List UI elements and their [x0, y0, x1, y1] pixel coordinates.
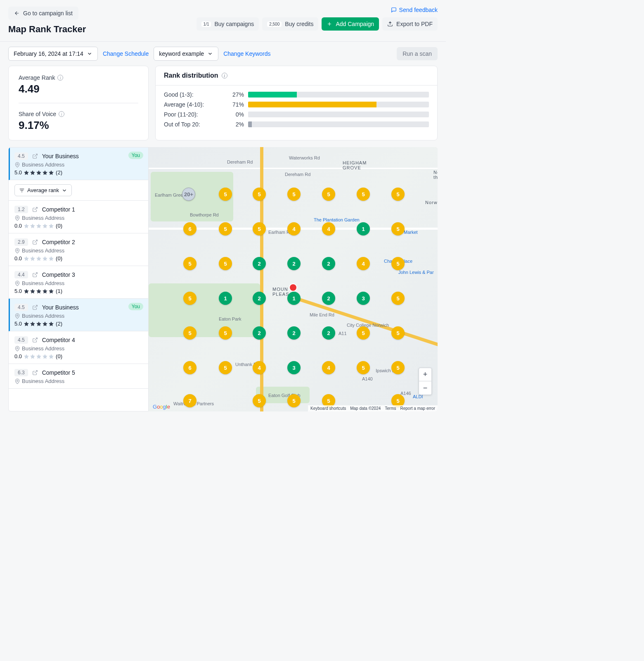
info-icon[interactable]: i — [59, 111, 64, 117]
rank-pin[interactable]: 2 — [287, 257, 301, 270]
map[interactable]: Dereham RdWaterworks RdHEIGHAMGROVENorvt… — [149, 147, 438, 411]
external-link-icon[interactable] — [32, 153, 38, 159]
rank-pin[interactable]: 5 — [391, 222, 405, 235]
rank-distribution-card: Rank distributioni Good (1-3):27%Average… — [155, 66, 438, 140]
run-scan-button[interactable]: Run a scan — [397, 47, 438, 60]
rank-pin[interactable]: 2 — [322, 292, 335, 305]
rank-pin[interactable]: 5 — [219, 222, 232, 235]
rank-pin[interactable]: 5 — [183, 326, 197, 340]
listings-panel[interactable]: You4.5Your BusinessBusiness Address5.0 (… — [8, 147, 149, 411]
rank-pin[interactable]: 5 — [183, 292, 197, 305]
listing-item[interactable]: 6.3Competitor 5Business Address — [9, 364, 148, 389]
stats-card: Average Ranki 4.49 Share of Voicei 9.17% — [8, 66, 149, 140]
send-feedback-link[interactable]: Send feedback — [391, 7, 438, 13]
rank-pin[interactable]: 2 — [322, 326, 335, 340]
rank-pin[interactable]: 5 — [219, 257, 232, 270]
rank-pin[interactable]: 6 — [183, 222, 197, 235]
info-icon[interactable]: i — [57, 75, 63, 81]
location-icon — [14, 248, 20, 254]
rank-badge: 4.5 — [14, 304, 28, 311]
external-link-icon[interactable] — [32, 272, 38, 278]
rank-pin[interactable]: 4 — [322, 361, 335, 374]
map-label: Dereham Rd — [285, 172, 310, 177]
location-icon — [14, 378, 20, 384]
date-selector[interactable]: February 16, 2024 at 17:14 — [8, 47, 98, 61]
chevron-down-icon — [207, 51, 213, 57]
rank-pin[interactable]: 2 — [322, 257, 335, 270]
rank-pin[interactable]: 5 — [253, 394, 266, 407]
listing-item[interactable]: 2.9Competitor 2Business Address0.0 (0) — [9, 233, 148, 266]
rank-pin[interactable]: 2 — [253, 292, 266, 305]
change-keywords-link[interactable]: Change Keywords — [223, 50, 270, 57]
rank-pin[interactable]: 3 — [357, 292, 370, 305]
export-pdf-button[interactable]: Export to PDF — [382, 17, 438, 31]
rank-pin[interactable]: 4 — [253, 361, 266, 374]
rank-pin[interactable]: 2 — [287, 326, 301, 340]
google-logo: Google — [153, 404, 170, 410]
sort-button[interactable]: Average rank — [14, 184, 72, 196]
rank-pin[interactable]: 7 — [183, 394, 197, 407]
buy-campaigns-button[interactable]: 1/1 Buy campaigns — [197, 17, 259, 31]
rank-pin[interactable]: 6 — [183, 361, 197, 374]
rank-pin[interactable]: 1 — [287, 292, 301, 305]
listing-item[interactable]: You4.5Your BusinessBusiness Address5.0 (… — [9, 147, 148, 180]
keyword-selector[interactable]: keyword example — [154, 47, 218, 61]
rank-row: Poor (11-20):0% — [164, 111, 429, 118]
location-icon — [14, 162, 20, 168]
upload-icon — [387, 21, 393, 27]
rank-pin[interactable]: 2 — [253, 257, 266, 270]
svg-point-5 — [17, 347, 18, 349]
rank-pin[interactable]: 5 — [219, 326, 232, 340]
rank-pin[interactable]: 4 — [357, 257, 370, 270]
svg-point-1 — [17, 217, 18, 219]
rank-badge: 4.5 — [14, 336, 28, 344]
rank-pin[interactable]: 5 — [287, 394, 301, 407]
rank-pin[interactable]: 5 — [391, 188, 405, 201]
external-link-icon[interactable] — [32, 337, 38, 343]
external-link-icon[interactable] — [32, 207, 38, 212]
rank-pin[interactable]: 5 — [287, 188, 301, 201]
map-label: Bowthorpe Rd — [190, 212, 219, 217]
rank-pin[interactable]: 5 — [391, 361, 405, 374]
change-schedule-link[interactable]: Change Schedule — [103, 50, 149, 57]
location-icon — [14, 215, 20, 221]
rank-pin[interactable]: 5 — [322, 188, 335, 201]
location-icon — [14, 346, 20, 352]
listing-item[interactable]: 4.5Competitor 4Business Address0.0 (0) — [9, 331, 148, 364]
rank-pin[interactable]: 5 — [253, 222, 266, 235]
rank-pin[interactable]: 20+ — [182, 188, 195, 201]
listing-item[interactable]: You4.5Your BusinessBusiness Address5.0 (… — [9, 299, 148, 331]
zoom-control: + − — [419, 368, 432, 395]
rank-pin[interactable]: 1 — [357, 222, 370, 235]
rank-pin[interactable]: 5 — [357, 188, 370, 201]
buy-credits-button[interactable]: 2,500 Buy credits — [262, 17, 318, 31]
info-icon[interactable]: i — [222, 73, 227, 78]
rank-pin[interactable]: 1 — [219, 292, 232, 305]
listing-item[interactable]: 4.4Competitor 3Business Address5.0 (1) — [9, 266, 148, 299]
rank-pin[interactable]: 5 — [391, 326, 405, 340]
external-link-icon[interactable] — [32, 239, 38, 245]
rank-pin[interactable]: 5 — [391, 292, 405, 305]
rank-pin[interactable]: 5 — [357, 361, 370, 374]
rank-pin[interactable]: 5 — [183, 257, 197, 270]
rank-pin[interactable]: 5 — [391, 257, 405, 270]
rank-pin[interactable]: 5 — [357, 326, 370, 340]
add-campaign-button[interactable]: Add Campaign — [322, 17, 379, 31]
rank-pin[interactable]: 5 — [219, 188, 232, 201]
listing-item[interactable]: 1.2Competitor 1Business Address0.0 (0) — [9, 201, 148, 233]
rank-pin[interactable]: 5 — [253, 188, 266, 201]
rank-pin[interactable]: 3 — [287, 361, 301, 374]
back-button[interactable]: Go to campaign list — [8, 7, 78, 20]
map-label: Eaton Park — [219, 316, 241, 321]
rank-pin[interactable]: 4 — [287, 222, 301, 235]
rank-badge: 2.9 — [14, 238, 28, 246]
map-label: The Plantation Garden — [314, 217, 360, 222]
zoom-out-button[interactable]: − — [419, 381, 431, 395]
zoom-in-button[interactable]: + — [419, 368, 431, 381]
rank-pin[interactable]: 4 — [322, 222, 335, 235]
rank-pin[interactable]: 2 — [253, 326, 266, 340]
external-link-icon[interactable] — [32, 370, 38, 376]
external-link-icon[interactable] — [32, 304, 38, 310]
rank-pin[interactable]: 5 — [219, 361, 232, 374]
you-badge: You — [128, 152, 143, 159]
